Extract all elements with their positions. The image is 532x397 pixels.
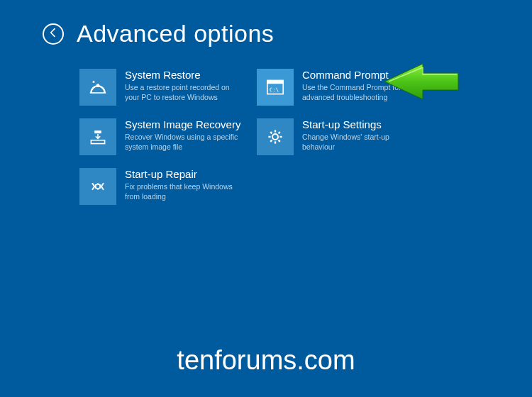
svg-line-20 (95, 187, 96, 188)
back-button[interactable] (43, 23, 64, 45)
tile-title: Start-up Settings (302, 118, 423, 131)
svg-rect-5 (94, 130, 101, 133)
tile-desc: Change Windows' start-up behaviour (302, 133, 423, 152)
image-recovery-icon (79, 118, 116, 155)
tile-system-image-recovery[interactable]: System Image Recovery Recover Windows us… (79, 118, 257, 155)
restore-icon (79, 69, 116, 106)
highlight-arrow-icon (382, 62, 460, 101)
repair-icon (79, 168, 116, 205)
tile-title: Start-up Repair (125, 168, 245, 181)
svg-point-15 (96, 184, 100, 189)
tile-desc: Recover Windows using a specific system … (125, 133, 245, 152)
svg-line-12 (279, 140, 280, 142)
back-arrow-icon (48, 27, 59, 41)
svg-line-11 (270, 132, 272, 133)
svg-rect-4 (91, 140, 104, 144)
gear-icon (257, 118, 294, 155)
tile-startup-repair[interactable]: Start-up Repair Fix problems that keep W… (79, 168, 257, 205)
tile-startup-settings[interactable]: Start-up Settings Change Windows' start-… (257, 118, 434, 155)
svg-line-14 (279, 132, 280, 133)
svg-point-6 (272, 134, 278, 140)
tile-desc: Fix problems that keep Windows from load… (125, 182, 245, 201)
svg-rect-2 (267, 80, 283, 84)
svg-line-13 (270, 140, 272, 142)
page-title: Advanced options (77, 20, 274, 47)
svg-line-19 (99, 187, 101, 188)
svg-line-21 (99, 185, 101, 186)
watermark: tenforums.com (0, 345, 532, 376)
svg-point-0 (96, 84, 100, 87)
tile-title: System Image Recovery (125, 118, 245, 131)
svg-line-18 (95, 185, 96, 186)
tile-title: System Restore (125, 69, 245, 82)
tile-system-restore[interactable]: System Restore Use a restore point recor… (79, 69, 257, 106)
cmd-icon: C:\ (257, 69, 294, 106)
tile-desc: Use a restore point recorded on your PC … (125, 83, 245, 102)
svg-text:C:\: C:\ (270, 86, 279, 93)
